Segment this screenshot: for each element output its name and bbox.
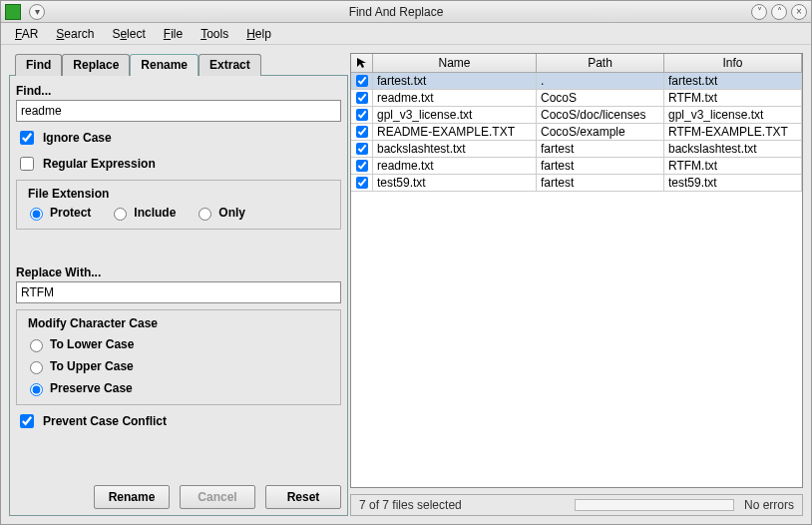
prevent-conflict-row[interactable]: Prevent Case Conflict: [16, 411, 341, 431]
find-input[interactable]: [16, 100, 341, 122]
cell-name: readme.txt: [373, 158, 537, 174]
app-icon: [5, 4, 21, 20]
file-ext-include[interactable]: Include: [109, 205, 176, 221]
row-checkbox-cell[interactable]: [351, 141, 373, 157]
row-checkbox-cell[interactable]: [351, 73, 373, 89]
cell-info: test59.txt: [664, 175, 802, 191]
table-row[interactable]: backslashtest.txtfartestbackslashtest.tx…: [351, 141, 802, 158]
cell-name: test59.txt: [373, 175, 537, 191]
cell-name: fartest.txt: [373, 73, 537, 89]
row-checkbox[interactable]: [356, 177, 368, 189]
menu-help[interactable]: Help: [238, 25, 279, 43]
row-checkbox[interactable]: [356, 160, 368, 172]
row-checkbox-cell[interactable]: [351, 107, 373, 123]
tab-replace[interactable]: Replace: [62, 54, 130, 76]
file-extension-fieldset: File Extension Protect Include Only: [16, 180, 341, 230]
file-ext-only[interactable]: Only: [194, 205, 245, 221]
rename-button[interactable]: Rename: [94, 485, 170, 509]
table-row[interactable]: gpl_v3_license.txtCocoS/doc/licensesgpl_…: [351, 107, 802, 124]
cell-path: fartest: [537, 158, 664, 174]
reset-button[interactable]: Reset: [265, 485, 341, 509]
tab-find[interactable]: Find: [15, 54, 62, 76]
tab-extract[interactable]: Extract: [199, 54, 261, 76]
close-button[interactable]: ×: [791, 4, 807, 20]
cell-path: .: [537, 73, 664, 89]
grid-header: Name Path Info: [351, 54, 802, 73]
status-left: 7 of 7 files selected: [359, 498, 462, 512]
row-checkbox-cell[interactable]: [351, 90, 373, 106]
cell-path: CocoS: [537, 90, 664, 106]
cell-info: RTFM.txt: [664, 90, 802, 106]
tab-rename[interactable]: Rename: [130, 54, 199, 76]
cell-info: backslashtest.txt: [664, 141, 802, 157]
regex-row[interactable]: Regular Expression: [16, 154, 341, 174]
grid-body[interactable]: fartest.txt.fartest.txtreadme.txtCocoSRT…: [351, 73, 802, 487]
prevent-conflict-checkbox[interactable]: [20, 414, 34, 428]
mcc-lower[interactable]: To Lower Case: [25, 336, 332, 352]
modify-case-legend: Modify Character Case: [25, 316, 161, 330]
client-area: Find Replace Rename Extract Find... Igno…: [1, 45, 811, 524]
modify-case-fieldset: Modify Character Case To Lower Case To U…: [16, 309, 341, 405]
cell-name: gpl_v3_license.txt: [373, 107, 537, 123]
cell-name: README-EXAMPLE.TXT: [373, 124, 537, 140]
table-row[interactable]: README-EXAMPLE.TXTCocoS/exampleRTFM-EXAM…: [351, 124, 802, 141]
maximize-button[interactable]: ˄: [771, 4, 787, 20]
menu-search[interactable]: Search: [48, 25, 102, 43]
progress-bar: [575, 499, 734, 511]
header-path[interactable]: Path: [537, 54, 664, 72]
cell-path: fartest: [537, 175, 664, 191]
mcc-preserve[interactable]: Preserve Case: [25, 380, 332, 396]
cell-path: fartest: [537, 141, 664, 157]
cell-info: gpl_v3_license.txt: [664, 107, 802, 123]
row-checkbox-cell[interactable]: [351, 124, 373, 140]
row-checkbox[interactable]: [356, 143, 368, 155]
menu-tools[interactable]: Tools: [193, 25, 236, 43]
row-checkbox[interactable]: [356, 126, 368, 138]
table-row[interactable]: test59.txtfartesttest59.txt: [351, 175, 802, 192]
ignore-case-row[interactable]: Ignore Case: [16, 128, 341, 148]
regex-label: Regular Expression: [43, 157, 156, 171]
row-checkbox-cell[interactable]: [351, 175, 373, 191]
header-info[interactable]: Info: [664, 54, 802, 72]
table-row[interactable]: readme.txtfartestRTFM.txt: [351, 158, 802, 175]
select-all-header[interactable]: [351, 54, 373, 72]
mcc-upper[interactable]: To Upper Case: [25, 358, 332, 374]
cell-path: CocoS/doc/licenses: [537, 107, 664, 123]
tab-body-rename: Find... Ignore Case Regular Expression F…: [9, 75, 348, 516]
spacer: [16, 230, 341, 263]
row-checkbox[interactable]: [356, 92, 368, 104]
file-extension-options: Protect Include Only: [25, 205, 332, 221]
cell-info: RTFM.txt: [664, 158, 802, 174]
statusbar: 7 of 7 files selected No errors: [350, 494, 803, 516]
window: ▾ Find And Replace ˅ ˄ × FAR Search Sele…: [0, 0, 812, 525]
file-ext-protect[interactable]: Protect: [25, 205, 91, 221]
window-menu-button[interactable]: ▾: [29, 4, 45, 20]
minimize-button[interactable]: ˅: [751, 4, 767, 20]
row-checkbox[interactable]: [356, 75, 368, 87]
tabstrip: Find Replace Rename Extract: [15, 53, 348, 75]
cell-name: backslashtest.txt: [373, 141, 537, 157]
ignore-case-checkbox[interactable]: [20, 131, 34, 145]
file-grid: Name Path Info fartest.txt.fartest.txtre…: [350, 53, 803, 488]
menu-file[interactable]: File: [156, 25, 191, 43]
row-checkbox[interactable]: [356, 109, 368, 121]
table-row[interactable]: fartest.txt.fartest.txt: [351, 73, 802, 90]
cursor-icon: [356, 57, 368, 69]
row-checkbox-cell[interactable]: [351, 158, 373, 174]
cell-path: CocoS/example: [537, 124, 664, 140]
replace-input[interactable]: [16, 281, 341, 303]
window-title: Find And Replace: [45, 5, 747, 19]
modify-case-options: To Lower Case To Upper Case Preserve Cas…: [25, 336, 332, 396]
replace-label: Replace With...: [16, 265, 341, 279]
header-name[interactable]: Name: [373, 54, 537, 72]
status-right: No errors: [744, 498, 794, 512]
menu-select[interactable]: Select: [104, 25, 153, 43]
cell-info: fartest.txt: [664, 73, 802, 89]
table-row[interactable]: readme.txtCocoSRTFM.txt: [351, 90, 802, 107]
cell-name: readme.txt: [373, 90, 537, 106]
file-extension-legend: File Extension: [25, 187, 112, 201]
menu-far[interactable]: FAR: [7, 25, 46, 43]
regex-checkbox[interactable]: [20, 157, 34, 171]
titlebar: ▾ Find And Replace ˅ ˄ ×: [1, 1, 811, 23]
prevent-conflict-label: Prevent Case Conflict: [43, 414, 167, 428]
